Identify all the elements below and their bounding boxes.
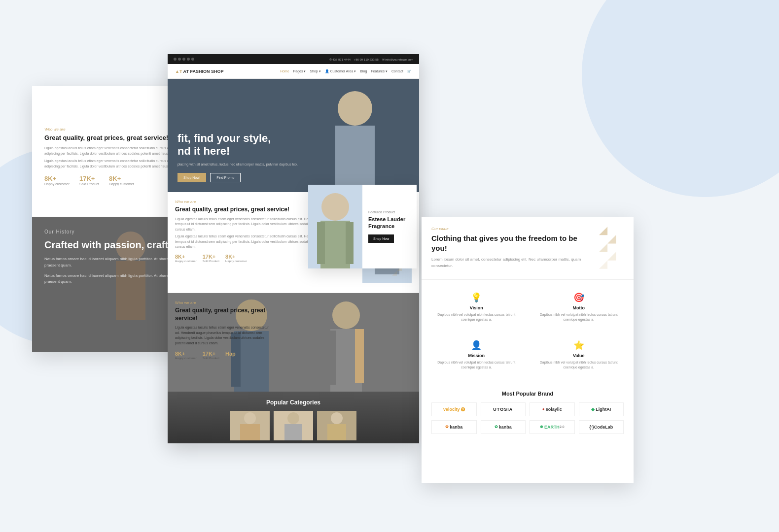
stat-num-3: 8K+ — [109, 175, 134, 182]
popular-section: Popular Categories — [168, 392, 419, 443]
nav-pages[interactable]: Pages ▾ — [293, 69, 306, 73]
stat-label-3: Happy customer — [109, 182, 134, 186]
value-value: ⭐ Value Dapibus nibh vel volutpat nibh l… — [531, 335, 627, 375]
s2-num-1: 8K+ — [175, 351, 197, 357]
nav-shop[interactable]: Shop ▾ — [310, 69, 320, 73]
values-grid: 💡 Vision Dapibus nibh vel volutpat nibh … — [422, 280, 634, 383]
svg-point-63 — [321, 193, 349, 221]
who-we-are2: Who we are — [175, 300, 274, 305]
main-navbar: ▲T AT FASHION SHOP Home Pages ▾ Shop ▾ 👤… — [168, 64, 419, 79]
main-stat-label-3: Happy customer — [225, 260, 247, 263]
nav-home[interactable]: Home — [280, 69, 289, 73]
s2-stat-3: Hap — [225, 351, 236, 360]
social-icon-5 — [191, 58, 194, 61]
brand-utosia: UTOSIA — [481, 402, 526, 416]
s2-label-2: Sold Product — [203, 357, 219, 360]
quality-section2-text: Who we are Great quality, great prices, … — [175, 300, 274, 360]
social-icon-3 — [182, 58, 185, 61]
lightai-dot: ◆ — [591, 407, 595, 412]
value-mission: 👤 Mission Dapibus nibh vel volutpat nibh… — [429, 335, 524, 375]
featured-label: Featured Product — [368, 210, 411, 214]
card-right: Our value Clothing that gives you the fr… — [422, 217, 634, 483]
brand-earth-version: 2.0 — [560, 425, 565, 429]
svg-rect-58 — [284, 424, 302, 440]
stat-num-1: 8K+ — [44, 175, 70, 182]
brand-solaylic-text: solaylic — [546, 407, 562, 412]
stat-sold: 17K+ Sold Product — [79, 175, 99, 186]
main-topbar: ✆ 438 871 4444 +86 99 119 333 55 ✉ info@… — [168, 54, 419, 64]
svg-point-57 — [287, 412, 299, 424]
navbar-links: Home Pages ▾ Shop ▾ 👤 Customer Area ▾ Bl… — [280, 69, 412, 73]
svg-rect-52 — [355, 329, 364, 383]
velocity-circle: 9 — [461, 407, 465, 411]
nav-customer[interactable]: 👤 Customer Area ▾ — [325, 69, 356, 73]
featured-product-name: Estese Lauder Fragrance — [368, 216, 411, 230]
svg-marker-43 — [392, 271, 397, 276]
brand-lightai: ◆ LightAI — [579, 402, 624, 416]
topbar-social-icons — [174, 58, 194, 61]
right-top: Our value Clothing that gives you the fr… — [422, 217, 634, 280]
brand-kanba2-text: kanba — [499, 425, 512, 430]
featured-info: Featured Product Estese Lauder Fragrance… — [362, 185, 417, 268]
card-featured: Featured Product Estese Lauder Fragrance… — [308, 185, 417, 268]
navbar-logo: ▲T AT FASHION SHOP — [175, 69, 223, 74]
brand-earth: ⊕ EARTH 2.0 — [530, 420, 575, 434]
svg-marker-68 — [607, 235, 616, 244]
nav-features[interactable]: Features ▾ — [371, 69, 388, 73]
social-icon-4 — [187, 58, 190, 61]
mission-name: Mission — [434, 353, 519, 358]
logo-at: ▲T — [175, 69, 183, 74]
social-icon-1 — [174, 58, 177, 61]
s2-num-2: 17K+ — [203, 351, 219, 357]
popular-img-3 — [317, 411, 356, 440]
clothing-title: Clothing that gives you the freedom to b… — [431, 233, 584, 253]
s2-stat-1: 8K+ Happy customer — [175, 351, 197, 360]
nav-cart[interactable]: 🛒 — [407, 69, 412, 73]
topbar-contact: ✆ 438 871 4444 +86 99 119 333 55 ✉ info@… — [329, 58, 413, 61]
popular-img-1 — [230, 411, 270, 440]
brand-earth-text: EARTH — [544, 425, 560, 430]
nav-blog[interactable]: Blog — [360, 69, 367, 73]
people-section: Who we are Great quality, great prices, … — [168, 293, 419, 392]
motto-name: Motto — [536, 305, 622, 310]
social-icon-2 — [178, 58, 181, 61]
topbar-email: ✉ info@yourshape.com — [382, 58, 413, 61]
quality-title2: Great quality, great prices, great servi… — [175, 307, 274, 322]
brand-lightai-text: LightAI — [596, 407, 611, 412]
brand-kanba1-text: kanba — [450, 425, 462, 430]
svg-point-32 — [338, 91, 372, 126]
value-vision: 💡 Vision Dapibus nibh vel volutpat nibh … — [429, 287, 524, 328]
find-promo-button[interactable]: Find Promo — [210, 173, 241, 182]
logo-text: AT FASHION SHOP — [183, 69, 224, 74]
brands-grid: velocity 9 UTOSIA ● solaylic ◆ LightAI ✿… — [431, 402, 624, 434]
popular-images — [230, 411, 356, 440]
hero-title-line1: fit, find your style, nd it here! — [177, 132, 298, 158]
svg-marker-67 — [599, 227, 607, 235]
svg-marker-69 — [599, 244, 607, 252]
brands-section: Most Popular Brand velocity 9 UTOSIA ● s… — [422, 383, 634, 441]
brand-velocity: velocity 9 — [431, 402, 477, 416]
stat-happy2: 8K+ Happy customer — [109, 175, 134, 186]
brand-utosia-text: UTOSIA — [493, 407, 513, 412]
quality-desc2: Ligula egestas iaculis tellus etiam eger… — [175, 325, 274, 346]
motto-icon: 🎯 — [536, 292, 622, 303]
nav-contact[interactable]: Contact — [391, 69, 403, 73]
svg-rect-65 — [317, 222, 325, 264]
earth-dot: ⊕ — [540, 425, 543, 429]
svg-rect-61 — [327, 424, 346, 440]
hero-buttons: Shop Now! Find Promo — [177, 173, 298, 182]
main-stat-label-2: Sold Product — [203, 260, 219, 263]
brand-kanba2: ✿ kanba — [481, 420, 526, 434]
stat-label-1: Happy customer — [44, 182, 70, 186]
svg-rect-33 — [335, 126, 375, 192]
main-stat-num-1: 8K+ — [175, 254, 197, 260]
shop-now-featured-button[interactable]: Shop Now — [368, 234, 394, 243]
shop-now-button[interactable]: Shop Now! — [177, 173, 206, 182]
kanba2-dot: ✿ — [495, 425, 498, 429]
topbar-phone: ✆ 438 871 4444 — [329, 58, 351, 61]
popular-title: Popular Categories — [266, 399, 320, 406]
brand-kanba1: ✿ kanba — [431, 420, 477, 434]
main-hero: fit, find your style, nd it here! placin… — [168, 79, 419, 192]
main-stat-1: 8K+ Happy customer — [175, 254, 197, 263]
topbar-mobile: +86 99 119 333 55 — [354, 58, 379, 61]
